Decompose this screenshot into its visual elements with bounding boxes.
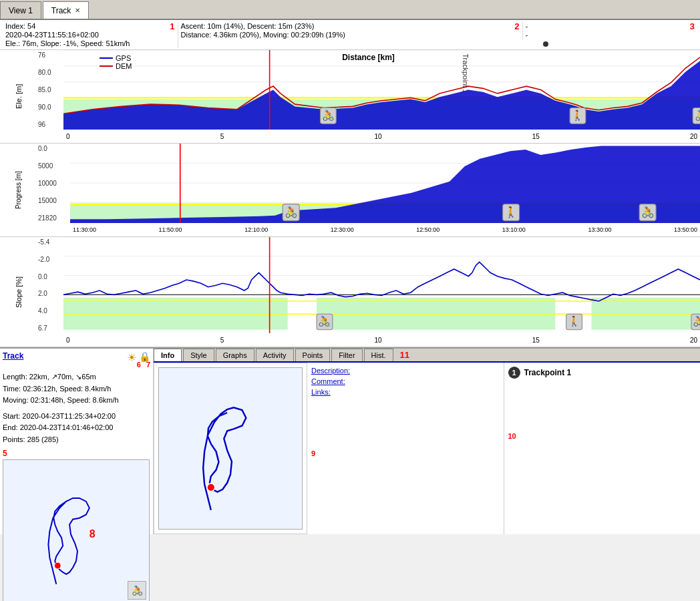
tab-graphs[interactable]: Graphs <box>216 349 254 361</box>
svg-point-52 <box>54 562 61 569</box>
col3-line1: - <box>526 22 695 30</box>
description-panel: Description: Comment: Links: 9 <box>307 363 504 534</box>
svg-text:🚴: 🚴 <box>322 109 335 122</box>
tab-hist[interactable]: Hist. <box>364 349 393 361</box>
right-panel: Info Style Graphs Activity Points Filter… <box>154 349 700 534</box>
trackpoint-number: 1 <box>508 367 520 379</box>
marker-2: 2 <box>514 21 519 31</box>
comment-link[interactable]: Comment: <box>311 377 500 385</box>
info-col-2: 2 Ascent: 10m (14%), Descent: 15m (23%) … <box>178 21 523 39</box>
marker-11: 11 <box>400 349 409 361</box>
svg-text:🚴: 🚴 <box>641 206 655 218</box>
description-link[interactable]: Description: <box>311 367 500 375</box>
map-panel-placeholder <box>154 363 307 534</box>
tab-bar: View 1 Track ✕ <box>0 0 700 20</box>
slope-yticks: 6.7 4.0 2.0 0.0 -2.0 -5.4 <box>37 237 63 333</box>
col3-line2: - <box>526 31 695 39</box>
main-area: 1 Index: 54 2020-04-23T11:55:16+02:00 El… <box>0 20 700 534</box>
slope-ylabel: Slope [%] <box>0 237 37 347</box>
info-col-1: 1 Index: 54 2020-04-23T11:55:16+02:00 El… <box>3 21 178 48</box>
elevation-xaxis: 0 5 10 15 20 <box>63 130 700 143</box>
trackpoint-label: Trackpoint 1 <box>524 368 572 377</box>
lock-icon[interactable]: 🔒 <box>139 351 150 364</box>
slope-xaxis: 0 5 10 15 20 <box>63 333 700 347</box>
tab-track-close[interactable]: ✕ <box>75 7 80 14</box>
svg-text:🚶: 🚶 <box>504 206 518 218</box>
index-line: Index: 54 <box>5 22 175 30</box>
moving-stat: Moving: 02:31:48h, Speed: 8.6km/h <box>3 395 150 407</box>
svg-text:🚴: 🚴 <box>693 315 700 327</box>
tab-activity[interactable]: Activity <box>256 349 294 361</box>
trackpoint-header: 1 Trackpoint 1 <box>508 367 697 379</box>
tab-track[interactable]: Track ✕ <box>43 1 90 19</box>
slope-chart: Slope [%] 6.7 4.0 2.0 0.0 -2.0 -5.4 <box>0 237 700 347</box>
progress-canvas: 🚴 🚶 🚴 <box>70 144 700 223</box>
bike-icon: 🚴 <box>128 581 146 600</box>
tab-style[interactable]: Style <box>183 349 214 361</box>
svg-point-55 <box>207 483 215 491</box>
bottom-panel: Track ☀ 🔒 6 7 Length: 22km, ↗70m, ↘65m T… <box>0 347 700 534</box>
progress-ylabel: Progress [m] <box>0 144 37 236</box>
end-date: End: 2020-04-23T14:01:46+02:00 <box>3 422 150 434</box>
time-stat: Time: 02:36:12h, Speed: 8.4km/h <box>3 383 150 395</box>
marker-9: 9 <box>311 449 500 457</box>
content-panels: Description: Comment: Links: 9 1 Trackpo… <box>154 363 700 534</box>
svg-rect-51 <box>3 465 149 597</box>
svg-text:🚴: 🚴 <box>285 206 298 218</box>
svg-text:🚴: 🚴 <box>318 315 331 327</box>
marker-10: 10 <box>508 432 697 440</box>
svg-text:🚶: 🚶 <box>571 109 584 122</box>
svg-text:8: 8 <box>90 528 96 540</box>
elevation-chart: Ele. [m] 96 90.0 85.0 80.0 76 <box>0 50 700 144</box>
svg-rect-54 <box>159 374 302 524</box>
links-link[interactable]: Links: <box>311 388 500 396</box>
slope-chart-body: 6.7 4.0 2.0 0.0 -2.0 -5.4 <box>37 237 700 347</box>
svg-text:🚴: 🚴 <box>695 109 700 122</box>
marker-1: 1 <box>170 21 174 31</box>
tab-view1[interactable]: View 1 <box>0 1 41 19</box>
slope-canvas: 🚴 🚶 🚴 <box>63 237 700 333</box>
svg-text:🚶: 🚶 <box>568 315 580 327</box>
tab-view1-label: View 1 <box>9 6 33 15</box>
elevation-line: Ele.: 76m, Slope: -1%, Speed: 51km/h <box>5 39 175 47</box>
progress-yticks: 21820 15000 10000 5000 0.0 <box>37 144 70 223</box>
track-map: 8 🚴 <box>3 459 150 601</box>
track-icons: ☀ 🔒 <box>127 351 150 364</box>
track-title[interactable]: Track <box>3 351 23 361</box>
start-date: Start: 2020-04-23T11:25:34+02:00 <box>3 411 150 423</box>
progress-chart-body: 21820 15000 10000 5000 0.0 <box>37 144 700 236</box>
trackpoint-panel: 1 Trackpoint 1 10 <box>504 363 701 534</box>
tab-info[interactable]: Info <box>154 349 182 361</box>
elevation-chart-body: 96 90.0 85.0 80.0 76 <box>37 50 700 143</box>
length-stat: Length: 22km, ↗70m, ↘65m <box>3 371 150 383</box>
trackpoint-dot <box>543 41 548 47</box>
charts-area: Ele. [m] 96 90.0 85.0 80.0 76 <box>0 50 700 347</box>
info-col-3: 3 - - <box>523 21 698 39</box>
tab-filter[interactable]: Filter <box>331 349 362 361</box>
track-info-panel: Track ☀ 🔒 6 7 Length: 22km, ↗70m, ↘65m T… <box>0 349 154 534</box>
info-header: 1 Index: 54 2020-04-23T11:55:16+02:00 El… <box>0 20 700 50</box>
ascent-line: Ascent: 10m (14%), Descent: 15m (23%) <box>181 22 520 30</box>
elevation-ylabel: Ele. [m] <box>0 50 37 143</box>
progress-xaxis: 11:30:00 11:50:00 12:10:00 12:30:00 12:5… <box>70 223 700 236</box>
distance-line: Distance: 4.36km (20%), Moving: 00:29:09… <box>181 31 520 39</box>
marker-3: 3 <box>690 21 695 31</box>
marker-5: 5 <box>3 449 150 458</box>
points-count: Points: 285 (285) <box>3 434 150 446</box>
elevation-xlabel: Distance [km] <box>37 53 700 62</box>
tab-track-label: Track <box>51 6 71 15</box>
datetime-line: 2020-04-23T11:55:16+02:00 <box>5 31 175 39</box>
track-stats: Length: 22km, ↗70m, ↘65m Time: 02:36:12h… <box>3 371 150 407</box>
track-dates: Start: 2020-04-23T11:25:34+02:00 End: 20… <box>3 411 150 446</box>
info-tabs-bar: Info Style Graphs Activity Points Filter… <box>154 349 700 363</box>
tab-points[interactable]: Points <box>295 349 331 361</box>
sun-icon[interactable]: ☀ <box>127 351 136 364</box>
progress-chart: Progress [m] 21820 15000 10000 5000 0.0 <box>0 144 700 237</box>
